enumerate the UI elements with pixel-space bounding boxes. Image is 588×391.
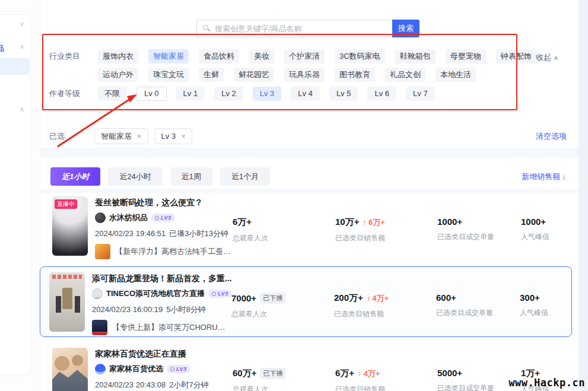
stat-viewers: 60万+已下播 总观看人次 xyxy=(233,368,335,391)
item-title[interactable]: 家家林百货优选正在直播 xyxy=(95,349,233,360)
category-chip[interactable]: 美妆 xyxy=(249,49,274,63)
stat-label: 已选类目成交单量 xyxy=(436,308,520,318)
sidebar-item-partial[interactable]: 品 xyxy=(0,43,4,54)
product-thumbnail[interactable] xyxy=(95,244,110,259)
category-chip[interactable]: 鲜花园艺 xyxy=(234,68,274,82)
stat-delta: 6万+ xyxy=(368,217,385,228)
level-ring-icon xyxy=(155,216,159,220)
chevron-up-icon[interactable]: ∧ xyxy=(20,43,24,50)
author-row[interactable]: 家家林百货优选 LV3 xyxy=(95,364,233,374)
product-title[interactable]: 【专供上新】添可芙万CHORUS CE... xyxy=(112,322,230,333)
clear-options-link[interactable]: 清空选项 xyxy=(536,131,567,142)
level-chip[interactable]: Lv 2 xyxy=(214,87,243,101)
tab-last-24-hours[interactable]: 近24小时 xyxy=(108,167,162,186)
category-chip[interactable]: 礼品文创 xyxy=(385,68,425,82)
stat-label: 已选类目成交单量 xyxy=(437,232,521,242)
search-input[interactable] xyxy=(196,20,392,37)
category-chip[interactable]: 图书教育 xyxy=(335,68,375,82)
selected-tag[interactable]: 智能家居 × xyxy=(94,128,148,144)
product-title[interactable]: 【新年浮力】高档古法纯手工蚕丝... xyxy=(115,246,233,257)
stat-value: 6万+ xyxy=(335,368,354,379)
stat-value: 300+ xyxy=(520,293,540,303)
close-icon[interactable]: × xyxy=(181,132,186,141)
ended-badge: 已下播 xyxy=(260,293,285,304)
collapse-toggle[interactable]: 收起∧ xyxy=(536,52,558,63)
stat-label: 总观看人次 xyxy=(233,233,335,243)
list-item[interactable]: 直播中 蚕丝被断码处理，这么便宜？ 水沐纺织品 LV3 2024/02/23 1… xyxy=(52,196,574,259)
level-chip[interactable]: 不限 xyxy=(97,87,127,101)
author-row[interactable]: 水沐纺织品 LV3 xyxy=(95,212,233,223)
close-icon[interactable]: × xyxy=(137,132,142,141)
stat-viewers: 7000+已下播 总观看人次 xyxy=(231,293,334,335)
category-chip[interactable]: 运动户外 xyxy=(98,68,138,82)
stat-viewers: 6万+ 总观看人次 xyxy=(233,217,335,259)
category-chip[interactable]: 母婴宠物 xyxy=(446,49,486,63)
level-chip[interactable]: Lv 5 xyxy=(329,87,358,101)
category-chip[interactable]: 生鲜 xyxy=(199,68,224,82)
stat-value: 1000+ xyxy=(437,217,462,227)
duration: 已播3小时13分钟 xyxy=(169,229,228,238)
search-bar: 搜索 xyxy=(196,20,419,37)
start-time: 2024/02/23 16:00:19 xyxy=(92,305,163,314)
up-arrow-icon: ↑ xyxy=(367,294,371,303)
tab-last-month[interactable]: 近1个月 xyxy=(220,167,270,186)
product-row[interactable]: 【新年浮力】高档古法纯手工蚕丝... xyxy=(95,244,233,259)
selected-label: 已选 xyxy=(49,131,65,142)
sidebar-active-item[interactable] xyxy=(0,58,30,75)
level-chip-lv0[interactable]: Lv 0 xyxy=(136,87,167,101)
industry-filter-row2: 运动户外 珠宝文玩 生鲜 鲜花园艺 玩具乐器 图书教育 礼品文创 本地生活 xyxy=(98,68,476,82)
category-chip[interactable]: 珠宝文玩 xyxy=(148,68,189,82)
watermark: www.Hackp.cn xyxy=(508,377,585,389)
selected-tag-text: Lv 3 xyxy=(161,132,176,141)
level-chip-selected[interactable]: Lv 3 xyxy=(253,87,282,101)
stat-label: 人气峰值 xyxy=(520,308,548,318)
category-chip[interactable]: 钟表配饰 xyxy=(496,49,536,63)
item-title[interactable]: 蚕丝被断码处理，这么便宜？ xyxy=(95,198,233,208)
selected-tag[interactable]: Lv 3 × xyxy=(155,128,192,144)
category-chip[interactable]: 鞋靴箱包 xyxy=(395,49,436,63)
livestream-thumbnail[interactable] xyxy=(52,348,88,391)
author-name[interactable]: 水沐纺织品 xyxy=(109,212,148,223)
stat-value: 60万+ xyxy=(233,368,256,379)
ended-badge: 已下播 xyxy=(260,368,285,379)
category-chip[interactable]: 3C数码家电 xyxy=(335,49,385,63)
level-chip[interactable]: Lv 1 xyxy=(176,87,205,101)
industry-filter-row: 行业类目 服饰内衣 智能家居 食品饮料 美妆 个护家清 3C数码家电 鞋靴箱包 … xyxy=(49,49,536,63)
product-thumbnail[interactable] xyxy=(92,320,107,335)
product-row[interactable]: 【专供上新】添可芙万CHORUS CE... xyxy=(92,320,231,335)
sort-by-sales[interactable]: 新增销售额↓ xyxy=(522,171,566,182)
category-chip[interactable]: 玩具乐器 xyxy=(284,68,325,82)
livestream-thumbnail[interactable] xyxy=(49,272,85,332)
duration: 5小时8分钟 xyxy=(166,305,205,314)
livestream-thumbnail[interactable]: 直播中 xyxy=(52,196,88,256)
author-name[interactable]: 家家林百货优选 xyxy=(109,364,163,374)
category-chip[interactable]: 本地生活 xyxy=(436,68,476,82)
time-range-tabs: 近1小时 近24小时 近1周 近1个月 xyxy=(50,167,270,186)
item-title[interactable]: 添可新品龙重登场！新品首发，多重... xyxy=(92,274,231,284)
stat-peak: 300+ 人气峰值 xyxy=(520,293,548,335)
section-divider xyxy=(40,148,579,158)
chevron-down-icon[interactable]: ∨ xyxy=(20,20,24,28)
list-item-selected[interactable]: 添可新品龙重登场！新品首发，多重... TINECO添可洗地机官方直播 LV3 … xyxy=(49,272,571,335)
datetime-row: 2024/02/23 19:46:51已播3小时13分钟 xyxy=(95,228,233,239)
author-name[interactable]: TINECO添可洗地机官方直播 xyxy=(106,288,205,299)
level-ring-icon xyxy=(212,292,216,296)
level-chip[interactable]: Lv 6 xyxy=(367,87,396,101)
level-chip[interactable]: Lv 4 xyxy=(291,87,320,101)
tab-last-1-hour[interactable]: 近1小时 xyxy=(50,167,100,186)
author-row[interactable]: TINECO添可洗地机官方直播 LV3 xyxy=(92,288,231,299)
level-badge: LV3 xyxy=(208,290,232,298)
category-chip[interactable]: 食品饮料 xyxy=(199,49,239,63)
sidebar-rail: ∨ 品 ∧ ∧ xyxy=(0,0,40,391)
level-chip[interactable]: Lv 7 xyxy=(406,87,435,101)
category-chip[interactable]: 个护家清 xyxy=(284,49,325,63)
chevron-up-icon[interactable]: ∧ xyxy=(20,106,24,113)
category-chip[interactable]: 服饰内衣 xyxy=(98,49,138,63)
search-button[interactable]: 搜索 xyxy=(392,20,419,37)
tab-last-week[interactable]: 近1周 xyxy=(170,167,212,186)
sort-label: 新增销售额 xyxy=(522,172,560,181)
category-chip-selected[interactable]: 智能家居 xyxy=(148,49,189,63)
avatar xyxy=(92,288,103,299)
list-item[interactable]: 家家林百货优选正在直播 家家林百货优选 LV3 2024/02/23 20:43… xyxy=(52,348,574,391)
selected-tag-text: 智能家居 xyxy=(101,131,132,142)
